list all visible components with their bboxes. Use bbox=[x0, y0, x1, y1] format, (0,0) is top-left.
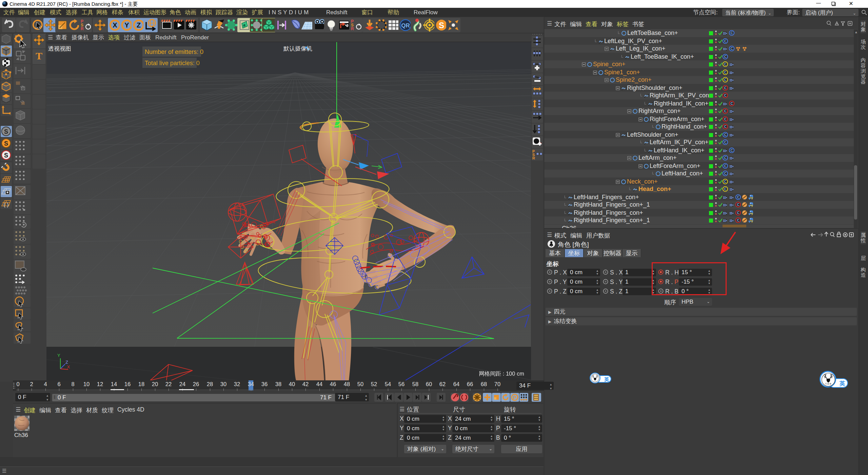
svg-text:R: R bbox=[81, 26, 84, 31]
svg-text:C: C bbox=[737, 218, 739, 222]
svg-text:C: C bbox=[724, 156, 726, 160]
svg-text:C: C bbox=[724, 71, 726, 74]
svg-text:C: C bbox=[737, 203, 739, 207]
svg-text:C: C bbox=[724, 86, 726, 90]
svg-text:QR: QR bbox=[401, 22, 410, 29]
svg-text:C: C bbox=[724, 78, 726, 82]
svg-text:C: C bbox=[724, 109, 726, 113]
svg-text:S: S bbox=[4, 128, 8, 135]
svg-text:C: C bbox=[724, 140, 726, 144]
svg-text:X: X bbox=[113, 21, 117, 29]
svg-text:C: C bbox=[724, 133, 726, 137]
svg-text:S: S bbox=[439, 21, 444, 30]
svg-text:C: C bbox=[737, 211, 739, 215]
svg-text:Number of emitters: 0: Number of emitters: 0 bbox=[145, 49, 203, 55]
svg-text:C: C bbox=[724, 164, 726, 168]
svg-text:网格间距 : 100 cm: 网格间距 : 100 cm bbox=[479, 370, 524, 377]
svg-text:C: C bbox=[724, 180, 726, 184]
svg-text:( ): ( ) bbox=[3, 202, 8, 208]
svg-text:C: C bbox=[724, 62, 726, 66]
svg-text:C: C bbox=[724, 172, 726, 175]
svg-text:C: C bbox=[724, 125, 726, 129]
svg-text:C: C bbox=[730, 31, 733, 35]
svg-text:C: C bbox=[724, 187, 726, 191]
svg-text:P: P bbox=[513, 395, 516, 400]
svg-text:R: R bbox=[532, 156, 535, 160]
svg-text:C: C bbox=[724, 39, 726, 43]
svg-text:C: C bbox=[724, 117, 726, 121]
svg-text:X: X bbox=[67, 364, 70, 369]
svg-text:C: C bbox=[724, 94, 726, 97]
svg-text:C: C bbox=[730, 102, 733, 106]
svg-text:S: S bbox=[4, 152, 8, 159]
svg-text:T: T bbox=[36, 50, 42, 61]
svg-text:Y: Y bbox=[124, 21, 129, 29]
svg-text:Z: Z bbox=[65, 360, 68, 365]
svg-text:透视视图: 透视视图 bbox=[48, 45, 71, 52]
svg-text:C: C bbox=[730, 47, 733, 51]
svg-text:R: R bbox=[351, 26, 354, 31]
svg-text:Y: Y bbox=[57, 353, 60, 358]
svg-text:Z: Z bbox=[137, 21, 141, 29]
svg-text:C: C bbox=[730, 149, 733, 152]
svg-text:Total live particles: 0: Total live particles: 0 bbox=[145, 60, 200, 66]
svg-text:C: C bbox=[724, 55, 726, 59]
svg-text:C: C bbox=[737, 195, 739, 199]
svg-text:S: S bbox=[4, 140, 8, 147]
svg-text:行走者: 行走者 bbox=[825, 383, 831, 385]
